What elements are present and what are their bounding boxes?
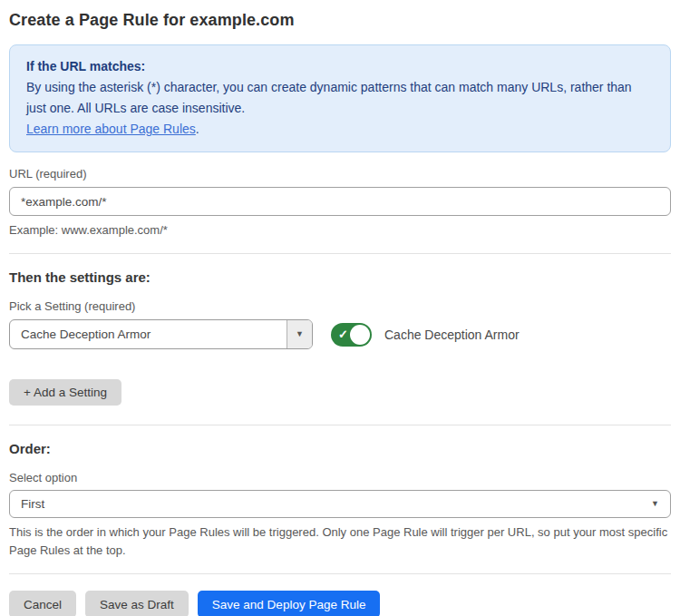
add-setting-button[interactable]: + Add a Setting [9, 379, 121, 406]
save-as-draft-button[interactable]: Save as Draft [85, 591, 189, 616]
order-select[interactable]: First ▼ [9, 490, 671, 518]
url-input[interactable] [9, 187, 671, 216]
divider [9, 425, 671, 425]
link-suffix: . [196, 122, 199, 136]
url-field-label: URL (required) [9, 167, 671, 181]
url-match-info-box: If the URL matches: By using the asteris… [9, 44, 671, 152]
setting-toggle-group: ✓ Cache Deception Armor [331, 323, 520, 347]
page-rule-form: Create a Page Rule for example.com If th… [0, 0, 680, 616]
url-example-helper: Example: www.example.com/* [9, 221, 671, 240]
learn-more-link[interactable]: Learn more about Page Rules [26, 122, 196, 136]
order-section-heading: Order: [9, 441, 671, 456]
setting-toggle-label: Cache Deception Armor [384, 328, 520, 342]
order-helper-text: This is the order in which your Page Rul… [9, 523, 671, 560]
divider [9, 573, 671, 574]
chevron-down-icon: ▼ [296, 330, 304, 338]
info-box-heading: If the URL matches: [26, 56, 654, 77]
save-and-deploy-button[interactable]: Save and Deploy Page Rule [198, 591, 381, 616]
order-select-value: First [21, 497, 651, 511]
chevron-down-icon: ▼ [651, 500, 659, 508]
pick-setting-label: Pick a Setting (required) [9, 299, 671, 313]
setting-select-value: Cache Deception Armor [10, 320, 287, 348]
check-icon: ✓ [338, 328, 348, 340]
setting-select-caret-button[interactable]: ▼ [287, 320, 312, 348]
settings-section-heading: Then the settings are: [9, 269, 671, 285]
page-title: Create a Page Rule for example.com [9, 11, 671, 30]
order-select-label: Select option [9, 471, 671, 484]
divider [9, 253, 671, 254]
setting-row: Cache Deception Armor ▼ ✓ Cache Deceptio… [9, 319, 671, 349]
cancel-button[interactable]: Cancel [9, 591, 76, 616]
info-box-link-line: Learn more about Page Rules. [26, 119, 654, 140]
setting-select[interactable]: Cache Deception Armor ▼ [9, 319, 313, 349]
cache-deception-armor-toggle[interactable]: ✓ [331, 323, 372, 347]
info-box-body: By using the asterisk (*) character, you… [26, 77, 654, 119]
toggle-knob [350, 325, 370, 345]
form-actions: Cancel Save as Draft Save and Deploy Pag… [9, 591, 671, 616]
